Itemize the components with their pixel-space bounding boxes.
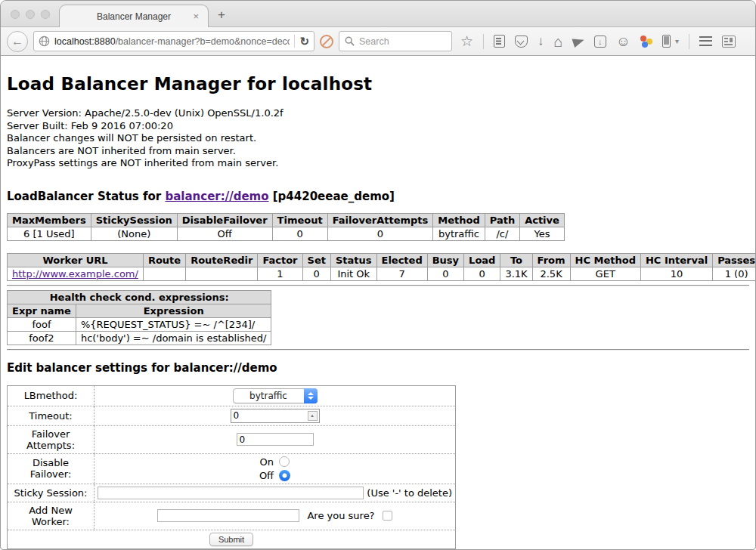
apps-grid-icon[interactable] [722, 36, 736, 48]
col-load: Load [464, 253, 500, 267]
clipboard-icon[interactable] [494, 35, 505, 48]
table-title-row: Health check cond. expressions: [8, 290, 271, 304]
failover-on-radio[interactable] [279, 456, 290, 467]
form-row-submit: Submit [8, 530, 456, 548]
back-button[interactable]: ← [7, 31, 28, 52]
status-heading-suffix: [p4420eeae_demo] [269, 190, 395, 203]
cell-expr-name: foof [8, 317, 76, 331]
tab-title: Balancer Manager [97, 11, 171, 22]
sticky-session-hint: (Use '-' to delete) [367, 487, 452, 499]
globe-icon[interactable] [39, 36, 50, 47]
menu-icon[interactable] [699, 36, 712, 46]
bookmark-star-icon[interactable]: ☆ [460, 34, 473, 48]
page-content: Load Balancer Manager for localhost Serv… [1, 74, 755, 549]
content-blocked-icon[interactable] [320, 35, 333, 48]
save-page-icon[interactable]: ↓ [594, 36, 606, 48]
cell-from: 2.5K [532, 267, 570, 280]
cell-factor: 1 [258, 267, 302, 280]
col-status: Status [330, 253, 376, 267]
chevron-down-icon[interactable]: ▾ [675, 37, 679, 45]
failover-attempts-input[interactable] [237, 433, 314, 446]
loadbalancer-status-heading: LoadBalancer Status for balancer://demo … [7, 190, 749, 203]
balancer-status-table: MaxMembers StickySession DisableFailover… [7, 213, 565, 241]
number-stepper-icon[interactable]: ▴ [308, 411, 318, 421]
cell-expression: %{REQUEST_STATUS} =~ /^[234]/ [76, 317, 271, 331]
col-expr-name: Expr name [8, 304, 76, 317]
new-tab-button[interactable]: + [218, 8, 225, 23]
disable-failover-label: Disable Failover: [8, 453, 94, 484]
search-input[interactable] [359, 36, 446, 47]
sticky-session-label: Sticky Session: [8, 484, 94, 502]
cell-to: 3.1K [500, 267, 532, 280]
cell-status: Init Ok [330, 267, 376, 280]
url-text[interactable]: localhost:8880/balancer-manager?b=demo&n… [54, 36, 290, 47]
url-bar[interactable]: localhost:8880/balancer-manager?b=demo&n… [33, 31, 314, 51]
table-row: 6 [1 Used] (None) Off 0 0 bytraffic /c/ … [8, 227, 565, 240]
on-label: On [259, 456, 274, 468]
downloads-icon[interactable]: ↓ [538, 35, 544, 48]
notice-persist: Balancer changes will NOT be persisted o… [7, 132, 749, 145]
edit-balancer-form: LBmethod: bytraffic Timeout: ▴ [7, 385, 456, 549]
col-hc-method: HC Method [570, 253, 640, 267]
submit-cell: Submit [8, 530, 456, 548]
table-header-row: MaxMembers StickySession DisableFailover… [8, 213, 565, 227]
url-separator [294, 35, 295, 48]
select-stepper-icon [304, 388, 318, 403]
status-heading-prefix: LoadBalancer Status for [7, 190, 165, 203]
col-timeout: Timeout [272, 213, 327, 227]
cell-stickysession: (None) [91, 227, 177, 240]
submit-button[interactable]: Submit [209, 533, 253, 546]
notice-balancers: Balancers are NOT inherited from main se… [7, 145, 749, 158]
col-to: To [500, 253, 532, 267]
sticky-session-input[interactable] [98, 487, 364, 499]
timeout-input[interactable] [234, 410, 308, 421]
search-bar[interactable] [339, 31, 452, 51]
are-you-sure-label: Are you sure? [307, 510, 374, 521]
pocket-icon[interactable] [515, 36, 528, 48]
table-row: foof2 hc('body') =~ /domain is establish… [8, 331, 271, 345]
navigation-toolbar: ← localhost:8880/balancer-manager?b=demo… [1, 27, 755, 56]
col-method: Method [433, 213, 485, 227]
window-controls[interactable] [11, 10, 50, 19]
cell-timeout: 0 [272, 227, 327, 240]
failover-off-radio[interactable] [279, 470, 290, 481]
cell-path: /c/ [485, 227, 519, 240]
close-window-button[interactable] [11, 10, 20, 19]
search-icon [345, 36, 355, 46]
reload-icon[interactable]: ↻ [299, 35, 309, 48]
tab-balancer-manager[interactable]: Balancer Manager × [59, 5, 209, 27]
cell-expression: hc('body') =~ /domain is established/ [76, 331, 271, 345]
col-hc-interval: HC Interval [640, 253, 712, 267]
col-maxmembers: MaxMembers [8, 213, 91, 227]
failover-field-cell [94, 425, 456, 453]
col-busy: Busy [427, 253, 463, 267]
add-worker-label: Add New Worker: [8, 502, 94, 530]
home-icon[interactable]: ⌂ [554, 34, 563, 49]
device-icon[interactable] [662, 35, 671, 48]
worker-url-link[interactable]: http://www.example.com/ [12, 268, 138, 280]
timeout-field-wrap: ▴ [231, 409, 320, 423]
send-icon[interactable] [572, 35, 585, 47]
form-row-lbmethod: LBmethod: bytraffic [8, 385, 456, 406]
health-table-title: Health check cond. expressions: [8, 290, 271, 304]
server-version: Server Version: Apache/2.5.0-dev (Unix) … [7, 107, 749, 120]
form-row-failover: Failover Attempts: [8, 425, 456, 453]
tab-close-icon[interactable]: × [193, 11, 199, 22]
balancer-demo-link[interactable]: balancer://demo [165, 190, 268, 203]
are-you-sure-checkbox[interactable] [383, 511, 392, 521]
col-failoverattempts: FailoverAttempts [327, 213, 433, 227]
cell-worker-url: http://www.example.com/ [8, 267, 144, 280]
col-stickysession: StickySession [91, 213, 177, 227]
minimize-window-button[interactable] [26, 10, 35, 19]
form-row-disable-failover: Disable Failover: On Off [8, 453, 456, 484]
add-worker-input[interactable] [157, 509, 299, 522]
add-worker-field-cell: Are you sure? [94, 502, 456, 530]
cell-active: Yes [520, 227, 565, 240]
cell-set: 0 [302, 267, 330, 280]
lbmethod-select[interactable]: bytraffic [233, 388, 318, 403]
cell-load: 0 [464, 267, 500, 280]
url-path: /balancer-manager?b=demo&nonce=decc37be-… [116, 36, 290, 47]
feedback-smiley-icon[interactable]: ☺ [616, 34, 631, 48]
zoom-window-button[interactable] [41, 10, 50, 19]
colored-dots-addon-icon[interactable] [640, 36, 652, 48]
